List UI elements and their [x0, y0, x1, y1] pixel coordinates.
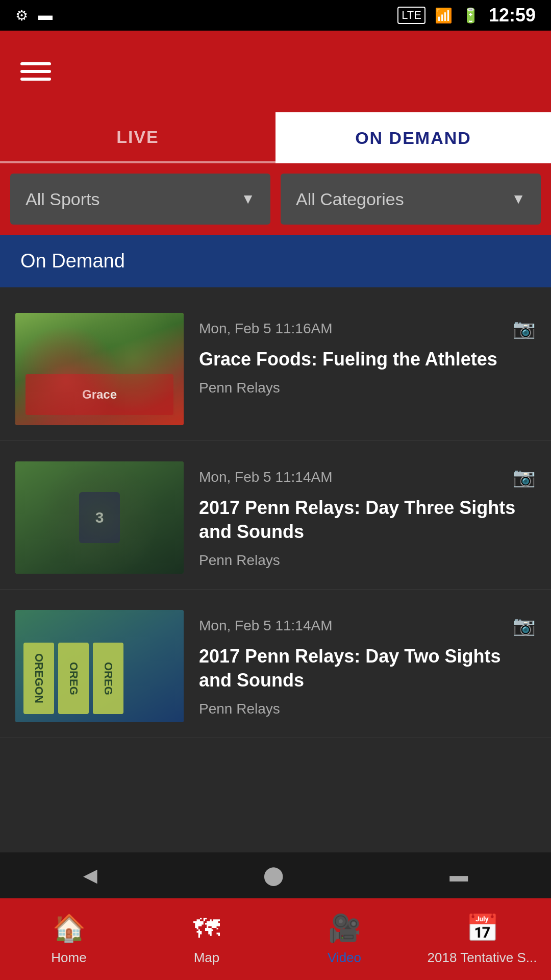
- video-info-1: Mon, Feb 5 11:16AM 📷 Grace Foods: Fuelin…: [199, 313, 536, 425]
- video-item-3[interactable]: OREGON OREG OREG Mon, Feb 5 11:14AM 📷 20…: [0, 595, 551, 738]
- status-bar: ⚙ ▬ LTE 📶 🔋 12:59: [0, 0, 551, 31]
- video-nav-icon: 🎥: [328, 913, 361, 944]
- video-thumbnail-3: OREGON OREG OREG: [15, 610, 184, 722]
- video-nav-label: Video: [328, 950, 361, 966]
- schedule-nav-icon: 📅: [466, 913, 499, 944]
- nav-item-video[interactable]: 🎥 Video: [276, 898, 413, 980]
- video-item-2[interactable]: 3 Mon, Feb 5 11:14AM 📷 2017 Penn Relays:…: [0, 446, 551, 590]
- recents-button[interactable]: ▬: [449, 865, 468, 886]
- menu-button[interactable]: [20, 62, 51, 81]
- video-camera-icon-2: 📷: [513, 467, 536, 488]
- filter-bar: All Sports ▼ All Categories ▼: [0, 163, 551, 235]
- home-nav-icon: 🏠: [53, 913, 86, 944]
- signal-icon: 📶: [435, 7, 453, 24]
- section-title: On Demand: [20, 250, 125, 272]
- video-title-3: 2017 Penn Relays: Day Two Sights and Sou…: [199, 645, 536, 693]
- bottom-nav: 🏠 Home 🗺 Map 🎥 Video 📅 2018 Tentative S.…: [0, 898, 551, 980]
- categories-dropdown-label: All Categories: [296, 189, 404, 209]
- video-info-2: Mon, Feb 5 11:14AM 📷 2017 Penn Relays: D…: [199, 461, 536, 574]
- video-info-3: Mon, Feb 5 11:14AM 📷 2017 Penn Relays: D…: [199, 610, 536, 722]
- video-category-3: Penn Relays: [199, 701, 536, 717]
- tab-ondemand[interactable]: ON DEMAND: [276, 112, 551, 163]
- video-date-1: Mon, Feb 5 11:16AM: [199, 321, 332, 337]
- video-thumbnail-2: 3: [15, 461, 184, 574]
- categories-dropdown-arrow: ▼: [511, 191, 525, 207]
- nav-item-map[interactable]: 🗺 Map: [138, 898, 276, 980]
- video-date-2: Mon, Feb 5 11:14AM: [199, 469, 332, 485]
- app-header: [0, 31, 551, 112]
- section-header: On Demand: [0, 235, 551, 287]
- categories-dropdown[interactable]: All Categories ▼: [281, 174, 541, 225]
- back-button[interactable]: ◀: [83, 865, 97, 886]
- video-item-1[interactable]: Grace Mon, Feb 5 11:16AM 📷 Grace Foods: …: [0, 298, 551, 441]
- battery-icon: 🔋: [462, 7, 480, 24]
- status-time: 12:59: [489, 5, 536, 26]
- storage-icon: ▬: [38, 7, 53, 24]
- lte-badge: LTE: [397, 7, 425, 24]
- video-date-3: Mon, Feb 5 11:14AM: [199, 618, 332, 634]
- video-title-2: 2017 Penn Relays: Day Three Sights and S…: [199, 496, 536, 544]
- sports-dropdown[interactable]: All Sports ▼: [10, 174, 270, 225]
- settings-icon: ⚙: [15, 7, 28, 24]
- video-list: Grace Mon, Feb 5 11:16AM 📷 Grace Foods: …: [0, 287, 551, 886]
- android-nav-bar: ◀ ⬤ ▬: [0, 852, 551, 898]
- nav-item-schedule[interactable]: 📅 2018 Tentative S...: [413, 898, 551, 980]
- sports-dropdown-arrow: ▼: [241, 191, 255, 207]
- tab-bar: LIVE ON DEMAND: [0, 112, 551, 163]
- map-nav-label: Map: [194, 950, 220, 966]
- schedule-nav-label: 2018 Tentative S...: [428, 950, 537, 966]
- home-button[interactable]: ⬤: [263, 865, 284, 886]
- home-nav-label: Home: [51, 950, 86, 966]
- sports-dropdown-label: All Sports: [26, 189, 100, 209]
- video-title-1: Grace Foods: Fueling the Athletes: [199, 348, 536, 372]
- video-category-2: Penn Relays: [199, 552, 536, 569]
- video-camera-icon-3: 📷: [513, 615, 536, 636]
- tab-live[interactable]: LIVE: [0, 112, 276, 163]
- video-camera-icon-1: 📷: [513, 318, 536, 339]
- video-category-1: Penn Relays: [199, 380, 536, 396]
- map-nav-icon: 🗺: [193, 913, 220, 944]
- video-thumbnail-1: Grace: [15, 313, 184, 425]
- nav-item-home[interactable]: 🏠 Home: [0, 898, 138, 980]
